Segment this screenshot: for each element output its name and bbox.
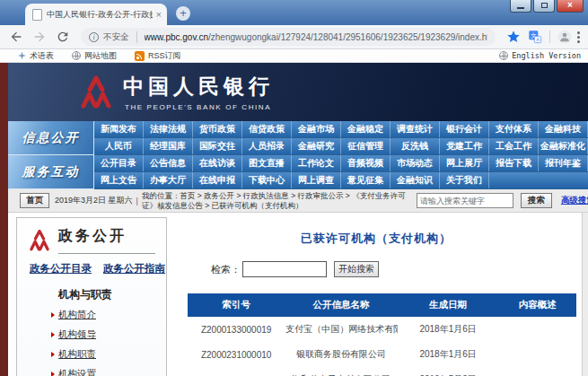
nav-menu-item[interactable]: 工会工作 [489, 138, 539, 154]
nav-section-service-interaction[interactable]: 服务互动 [8, 155, 94, 189]
sidebar-item[interactable]: 机构简介 [51, 309, 166, 321]
translate-icon[interactable]: 文A [528, 30, 542, 44]
back-icon[interactable] [9, 30, 23, 44]
table-cell: Z2000311000013 [188, 367, 285, 376]
nav-menu-item[interactable]: 公开目录 [94, 155, 144, 171]
window-minimize-button[interactable] [510, 0, 531, 13]
table-row[interactable]: Z2000231000010银联商务股份有限公司2018年1月6日 [188, 342, 576, 367]
browser-tab[interactable]: 中国人民银行-政务公开-行政执 × [25, 4, 167, 25]
content-area: 已获许可机构（支付机构） 检索： 开始搜索 索引号公开信息名称生成日期内容概述 … [171, 213, 581, 376]
advanced-search-link[interactable]: 高级搜索 [561, 195, 588, 206]
url-path: /zhengwugongkai/127924/128041/2951606/19… [208, 32, 487, 42]
profile-avatar-icon[interactable] [557, 30, 572, 44]
nav-menu-item[interactable]: 报刊年鉴 [539, 155, 588, 171]
nav-menu-item[interactable]: 在线访谈 [193, 155, 242, 171]
browser-menu-icon[interactable] [577, 31, 580, 43]
window-controls: × [510, 0, 584, 13]
nav-menu-item[interactable]: 经理国库 [144, 138, 193, 154]
nav-menu-item[interactable]: 金融市场 [292, 121, 341, 137]
nav-menu-item[interactable]: 网上文告 [94, 172, 144, 188]
nav-menu-item[interactable]: 报告下载 [489, 155, 539, 171]
breadcrumb[interactable]: 我的位置：首页 > 政务公开 > 行政执法信息 > 行政审批公示 > 《支付业务… [142, 191, 413, 211]
table-row[interactable]: Z2000133000019支付宝（中国）网络技术有限公司2018年1月6日 [188, 317, 576, 342]
nav-menu-item[interactable]: 公告信息 [144, 155, 193, 171]
bank-name-en: THE PEOPLE'S BANK OF CHINA [125, 103, 271, 111]
nav-menu-item[interactable]: 图文直播 [242, 155, 292, 171]
nav-menu-item[interactable]: 音频视频 [341, 155, 391, 171]
nav-menu-item[interactable]: 法律法规 [144, 121, 193, 137]
home-button[interactable]: 首页 [20, 193, 49, 208]
page-left-edge [0, 63, 8, 376]
catalog-search-label: 检索： [211, 263, 241, 276]
nav-rows: 公开目录公告信息在线访谈图文直播工作论文音频视频市场动态网上展厅报告下载报刊年鉴… [94, 155, 588, 189]
page-info-icon[interactable]: i [89, 32, 99, 42]
bookmark-sitemap[interactable]: 网站地图 [72, 50, 117, 62]
forward-icon[interactable] [32, 30, 47, 44]
nav-menu-item[interactable]: 在线申报 [193, 172, 242, 188]
arrow-bullet-icon [51, 332, 55, 337]
nav-menu-item[interactable]: 金融标准化 [539, 138, 588, 154]
url-text: www.pbc.gov.cn/zhengwugongkai/127924/128… [145, 32, 488, 42]
nav-menu-item[interactable]: 网上展厅 [440, 155, 489, 171]
nav-menu-item[interactable]: 货币政策 [193, 121, 242, 137]
browser-toolbar: i 不安全 www.pbc.gov.cn/zhengwugongkai/1279… [0, 25, 588, 49]
english-version-link[interactable]: English Version [499, 51, 581, 60]
nav-row: 网上文告办事大厅在线申报下载中心网上调查意见征集金融知识关于我们 [94, 172, 588, 189]
nav-menu-item[interactable]: 金融知识 [391, 172, 440, 188]
sidebar-link[interactable]: 政务公开目录 [30, 262, 92, 275]
catalog-search-row: 检索： 开始搜索 [211, 261, 581, 277]
nav-menu-item[interactable]: 人员招录 [242, 138, 292, 154]
nav-menu-item[interactable]: 金融稳定 [341, 121, 391, 137]
nav-menu-item[interactable]: 网上调查 [292, 172, 341, 188]
window-maximize-button[interactable] [533, 0, 555, 13]
catalog-search-button[interactable]: 开始搜索 [334, 261, 379, 277]
reload-icon[interactable] [56, 30, 70, 44]
pbc-logo-icon [28, 229, 51, 252]
nav-menu-item[interactable]: 新闻发布 [94, 121, 144, 137]
table-row[interactable]: Z2000311000013资和信电子支付有限公司2016年5月3日 [188, 367, 576, 376]
breadcrumb-path: 首页 > 政务公开 > 行政执法信息 > 行政审批公示 > 《支付业务许可证》核… [142, 191, 406, 210]
sidebar-item-label: 机构领导 [58, 328, 96, 341]
sidebar-group-title: 机构与职责 [58, 287, 166, 302]
table-header-cell: 生成日期 [398, 293, 499, 317]
bookmark-glossary[interactable]: 术语表 [18, 50, 54, 62]
nav-menu-item[interactable]: 关于我们 [440, 172, 489, 188]
nav-menu-item[interactable]: 银行会计 [440, 121, 489, 137]
nav-menu-item[interactable]: 支付体系 [489, 121, 539, 137]
sidebar-item-label: 机构职责 [58, 348, 96, 361]
site-search-input[interactable] [417, 193, 513, 208]
nav-section-info-disclosure[interactable]: 信息公开 [8, 121, 94, 155]
nav-menu-item[interactable]: 意见征集 [341, 172, 391, 188]
nav-menu-item[interactable]: 调查统计 [391, 121, 440, 137]
sidebar-item-label: 机构简介 [58, 309, 96, 321]
window-close-button[interactable]: × [557, 0, 584, 13]
new-tab-button[interactable]: + [176, 6, 190, 21]
site-search-button[interactable]: 搜索 [521, 193, 552, 208]
nav-menu-item[interactable]: 征信管理 [341, 138, 391, 154]
bank-name-cn: 中国人民银行 [123, 73, 274, 101]
nav-menu-item[interactable]: 反洗钱 [391, 138, 440, 154]
nav-menu-item[interactable]: 党建工作 [440, 138, 489, 154]
nav-menu-item[interactable]: 人民币 [94, 138, 144, 154]
sidebar-link[interactable]: 政务公开指南 [103, 262, 165, 275]
bookmark-star-icon[interactable] [506, 30, 521, 44]
sidebar: 政务公开 政务公开目录政务公开指南 机构与职责 机构简介机构领导机构职责机构设置… [16, 217, 167, 376]
location-label: 我的位置： [142, 191, 180, 200]
sidebar-item[interactable]: 机构领导 [51, 328, 166, 341]
nav-menu-item[interactable]: 金融科技 [539, 121, 588, 137]
nav-menu-item[interactable]: 办事大厅 [144, 172, 193, 188]
nav-menu-item[interactable]: 金融研究 [292, 138, 341, 154]
nav-menu-item[interactable]: 信贷政策 [242, 121, 292, 137]
nav-menu-item[interactable]: 下载中心 [242, 172, 292, 188]
nav-menu-item[interactable]: 国际交往 [193, 138, 242, 154]
bookmarks-bar: 术语表 网站地图 RSS订阅 English Version [0, 49, 588, 63]
table-body: Z2000133000019支付宝（中国）网络技术有限公司2018年1月6日Z2… [188, 317, 576, 376]
nav-menu-item[interactable]: 工作论文 [292, 155, 341, 171]
tab-close-icon[interactable]: × [156, 10, 162, 19]
address-bar[interactable]: i 不安全 www.pbc.gov.cn/zhengwugongkai/1279… [81, 28, 496, 46]
catalog-search-input[interactable] [242, 261, 327, 277]
nav-menu-item[interactable]: 市场动态 [391, 155, 440, 171]
sidebar-item[interactable]: 机构设置 [51, 368, 166, 376]
bookmark-rss[interactable]: RSS订阅 [135, 50, 181, 62]
sidebar-item[interactable]: 机构职责 [51, 348, 166, 361]
